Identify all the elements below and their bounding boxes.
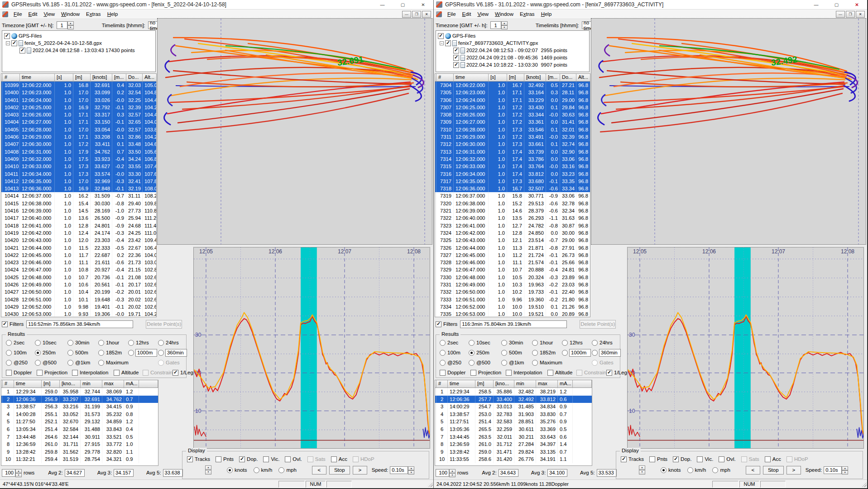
radio-100m[interactable] <box>440 350 446 356</box>
radio-2sec[interactable] <box>6 340 12 346</box>
table-row[interactable]: 913:28:42259.031.47129.82433.1350.7 <box>435 448 592 456</box>
column-header[interactable]: [knots] <box>524 74 546 82</box>
flag-1-leg[interactable] <box>173 370 178 376</box>
display-flag-vic[interactable] <box>263 456 269 462</box>
table-row[interactable]: 731112:06:29.0001.017.233.491-0.032.3996… <box>435 133 590 140</box>
table-row[interactable]: 1040212:06:25.0001.016.932.792-0.132.391… <box>1 104 156 111</box>
table-row[interactable]: 1042612:06:49.0001.010.620.561-0.120.171… <box>1 281 156 288</box>
table-row[interactable]: 1042312:06:46.0001.011.121.611-0.621.731… <box>1 259 156 266</box>
table-row[interactable]: 313:38:57256.333.21631.19934.4150.9 <box>1 403 158 411</box>
minimize-icon[interactable]: — <box>372 0 393 9</box>
table-row[interactable]: 1040812:06:31.0001.017.934.7620.733.5010… <box>1 148 156 155</box>
radio-500[interactable] <box>35 360 41 366</box>
table-row[interactable]: 733512:06:53.0001.010.019.5210.020.8996.… <box>435 310 590 317</box>
table-row[interactable]: 413:38:57253.032.78331.90333.8300.7 <box>435 411 592 418</box>
unit-radio-km-h[interactable] <box>254 467 259 473</box>
tree-item[interactable]: 2022.04.24 08:12:53 - 09:02:072955 point… <box>436 47 589 54</box>
tree-checkbox[interactable] <box>453 55 459 61</box>
table-row[interactable]: 730912:06:27.0001.017.233.3610.031.4196.… <box>435 118 590 126</box>
rows-spinner[interactable]: ▲▼ <box>15 469 22 477</box>
column-header[interactable]: time <box>448 380 475 388</box>
column-header[interactable]: max <box>536 380 558 388</box>
table-row[interactable]: 730412:06:22.0001.016.732.4920.527.2196.… <box>435 82 590 89</box>
mdi-close-icon[interactable]: ✕ <box>422 11 431 18</box>
column-header[interactable]: [m... <box>112 74 126 82</box>
tree-item[interactable]: GPS-Files <box>436 32 589 39</box>
column-header[interactable]: mA... <box>558 380 573 388</box>
table-row[interactable]: 1040112:06:24.0001.017.033.026-0.032.251… <box>1 97 156 104</box>
column-header[interactable]: max <box>102 380 124 388</box>
flag-interpolation[interactable] <box>72 370 78 376</box>
resize-grip[interactable] <box>427 481 433 487</box>
column-header[interactable]: [knots] <box>91 74 112 82</box>
points-table[interactable]: #time[s][m][knots][m...Do...Alt...730412… <box>435 73 590 317</box>
table-row[interactable]: 1042912:06:52.0001.09.9819.401-0.120.021… <box>1 303 156 310</box>
table-row[interactable]: 1042512:06:48.0001.010.720.736-0.121.081… <box>1 274 156 281</box>
unit-radio-knots[interactable] <box>227 467 233 473</box>
tree-checkbox[interactable] <box>19 48 25 53</box>
table-row[interactable]: 731012:06:28.0001.017.333.5460.132.0196.… <box>435 126 590 133</box>
menu-item-help[interactable]: Help <box>538 10 555 18</box>
stop-button[interactable]: Stop <box>329 466 350 474</box>
flag-projection[interactable] <box>470 370 476 376</box>
table-row[interactable]: 1042012:06:43.0001.012.023.303-0.423.421… <box>1 237 156 244</box>
table-row[interactable]: 1040912:06:32.0001.017.533.923-0.434.241… <box>1 155 156 163</box>
display-flag-pnts[interactable] <box>649 456 655 462</box>
table-row[interactable]: 730512:06:23.0001.017.133.1640.328.1196.… <box>435 89 590 96</box>
column-header[interactable]: [m] <box>475 380 494 388</box>
points-table[interactable]: #time[s][m][knots][m...Do...Alt...103991… <box>1 73 157 317</box>
speed-spinner[interactable]: ▲▼ <box>408 466 414 474</box>
radio-30min[interactable] <box>67 340 73 346</box>
radio-10sec[interactable] <box>469 340 475 346</box>
column-header[interactable]: Alt... <box>143 74 157 82</box>
unit-radio-mph[interactable] <box>278 467 284 473</box>
mdi-restore-icon[interactable]: ❐ <box>412 11 421 18</box>
radio-1hour[interactable] <box>532 340 538 346</box>
radio-250m[interactable] <box>35 350 41 356</box>
radio-360min[interactable] <box>592 350 598 356</box>
flag-altitude[interactable] <box>547 370 553 376</box>
table-row[interactable]: 1041812:06:41.0001.012.824.801-0.924.681… <box>1 222 156 229</box>
table-row[interactable]: 731812:06:36.0001.016.732.507-0.633.3496… <box>435 185 590 192</box>
step-back-button[interactable]: < <box>746 466 760 474</box>
mdi-minimize-icon[interactable]: — <box>402 11 411 18</box>
table-row[interactable]: 732012:06:38.0001.015.229.513-0.632.7896… <box>435 200 590 207</box>
table-row[interactable]: 1041512:06:38.0001.015.430.030-0.829.401… <box>1 200 156 207</box>
mdi-minimize-icon[interactable]: — <box>836 11 845 18</box>
track-plot[interactable]: 32.492 <box>591 18 866 245</box>
tree-item[interactable]: 2022.04.24 09:21:08 - 09:45:361469 point… <box>436 54 589 61</box>
table-row[interactable]: 732412:06:42.0001.012.824.8500.030.0096.… <box>435 229 590 237</box>
column-header[interactable]: min <box>81 380 102 388</box>
display-flag-dop[interactable] <box>673 456 679 462</box>
radio-1852m[interactable] <box>532 350 538 356</box>
table-row[interactable]: 812:36:59261.031.71227.28434.3971.4 <box>435 441 592 448</box>
table-row[interactable]: 731912:06:37.0001.015.830.771-0.933.0696… <box>435 192 590 199</box>
table-row[interactable]: 212:06:36257.733.40032.49233.8120.6 <box>435 396 592 403</box>
table-row[interactable]: 730812:06:26.0001.017.233.344-0.030.6396… <box>435 111 590 118</box>
resize-grip[interactable] <box>861 481 867 487</box>
table-row[interactable]: 1043012:06:53.0001.09.9319.306-0.019.711… <box>1 310 156 317</box>
display-flag-pnts[interactable] <box>216 456 221 462</box>
flag-interpolation[interactable] <box>506 370 512 376</box>
table-row[interactable]: 613:05:34251.432.58431.48833.8430.4 <box>1 426 158 433</box>
menu-item-edit[interactable]: Edit <box>25 10 41 18</box>
radio-30min[interactable] <box>501 340 507 346</box>
column-header[interactable]: [s] <box>55 74 73 82</box>
unit-radio-knots[interactable] <box>661 467 667 473</box>
maximize-icon[interactable]: ▢ <box>393 0 413 9</box>
table-row[interactable]: 1041712:06:40.0001.013.626.500-0.925.941… <box>1 214 156 222</box>
display-flag-tracks[interactable] <box>187 456 193 462</box>
results-table[interactable]: #time[m][kno...minmaxmA...112:29:34258.5… <box>435 380 592 466</box>
column-header[interactable]: [m... <box>546 74 560 82</box>
flag-1-leg[interactable] <box>606 370 612 376</box>
track-plot[interactable]: 32.691 <box>157 18 432 245</box>
display-flag-ovl[interactable] <box>285 456 291 462</box>
tree-expander-icon[interactable]: − <box>440 41 444 45</box>
column-header[interactable]: Do... <box>560 74 576 82</box>
menu-item-view[interactable]: View <box>474 10 492 18</box>
table-row[interactable]: 1040412:06:27.0001.017.133.150-0.132.651… <box>1 118 156 126</box>
table-row[interactable]: 730712:06:25.0001.017.233.4300.129.8496.… <box>435 104 590 111</box>
timezone-spinner[interactable]: ▲▼ <box>67 21 74 29</box>
column-header[interactable]: Do... <box>126 74 143 82</box>
custom-1000m-input[interactable]: 1000m <box>135 349 157 357</box>
